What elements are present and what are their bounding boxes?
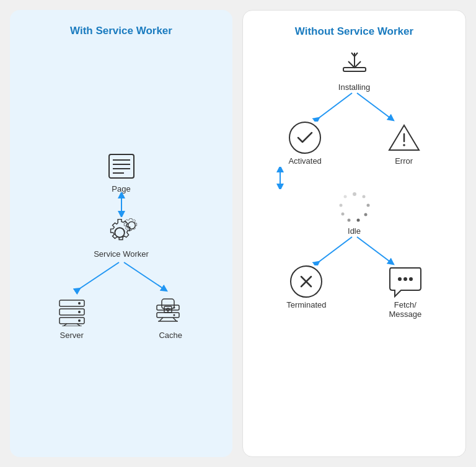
terminated-label: Terminated — [286, 300, 326, 309]
server-icon — [53, 297, 90, 328]
fetch-message-icon — [389, 265, 422, 298]
svg-point-45 — [339, 204, 342, 207]
cache-label: Cache — [159, 331, 182, 340]
svg-point-25 — [167, 308, 169, 311]
fetch-message-label: Fetch/ Message — [389, 300, 421, 319]
svg-point-46 — [343, 195, 346, 198]
svg-point-14 — [78, 311, 81, 313]
left-panel: With Service Worker Page — [10, 10, 232, 457]
error-label: Error — [395, 156, 413, 166]
activated-error-row: Activated Error — [255, 122, 453, 166]
activated-idle-arrow — [255, 167, 453, 189]
svg-point-39 — [362, 195, 365, 198]
svg-line-33 — [357, 93, 392, 119]
right-panel-title: Without Service Worker — [295, 25, 413, 38]
svg-line-8 — [78, 262, 119, 290]
svg-line-48 — [357, 237, 392, 263]
server-label: Server — [60, 331, 84, 340]
page-sw-arrow — [115, 193, 128, 216]
terminated-node: Terminated — [286, 265, 326, 309]
svg-point-51 — [398, 277, 402, 281]
svg-rect-19 — [157, 305, 179, 310]
right-panel-content: Installing — [255, 49, 453, 442]
terminated-fetch-row: Terminated Fetch/ Message — [255, 265, 453, 319]
server-node: Server — [53, 297, 90, 340]
right-panel: Without Service Worker Installing — [242, 10, 466, 457]
idle-arrows — [293, 236, 416, 265]
svg-point-40 — [366, 204, 369, 207]
service-worker-label: Service Worker — [94, 249, 149, 259]
installing-label: Installing — [338, 82, 370, 92]
svg-point-53 — [409, 277, 413, 281]
svg-line-28 — [173, 318, 177, 321]
installing-node: Installing — [336, 49, 373, 92]
idle-label: Idle — [348, 226, 361, 236]
svg-point-6 — [115, 228, 124, 237]
bottom-nodes: Server — [22, 297, 220, 340]
svg-line-32 — [317, 93, 352, 119]
svg-point-22 — [174, 314, 175, 316]
svg-rect-20 — [157, 313, 179, 318]
installing-icon — [336, 49, 373, 80]
error-node: Error — [388, 122, 420, 166]
service-worker-icon — [103, 216, 140, 247]
main-container: With Service Worker Page — [0, 0, 476, 467]
svg-point-52 — [403, 277, 407, 281]
terminated-icon — [290, 265, 322, 298]
svg-line-27 — [159, 318, 163, 321]
error-icon — [388, 122, 420, 154]
cache-node: Cache — [152, 297, 189, 340]
installing-arrows — [293, 92, 416, 122]
svg-point-15 — [78, 319, 81, 322]
svg-rect-0 — [109, 154, 134, 178]
spread-arrows — [60, 260, 183, 295]
left-panel-content: Page — [22, 48, 220, 442]
svg-point-38 — [353, 192, 356, 196]
svg-point-41 — [364, 213, 367, 216]
svg-point-36 — [403, 144, 405, 146]
page-icon — [103, 151, 140, 182]
service-worker-node: Service Worker — [94, 216, 149, 259]
svg-line-47 — [317, 237, 352, 263]
svg-point-13 — [78, 302, 81, 305]
activated-label: Activated — [288, 156, 321, 166]
activated-icon — [289, 122, 321, 154]
svg-line-9 — [124, 262, 165, 290]
idle-node: Idle — [336, 190, 373, 236]
svg-point-42 — [356, 219, 359, 222]
svg-point-43 — [347, 219, 350, 222]
cache-icon — [152, 297, 189, 328]
svg-point-7 — [128, 222, 135, 229]
fetch-message-node: Fetch/ Message — [389, 265, 422, 319]
left-panel-title: With Service Worker — [70, 25, 172, 37]
svg-point-44 — [341, 213, 344, 216]
idle-icon — [336, 190, 373, 224]
activated-node: Activated — [288, 122, 321, 166]
svg-rect-23 — [162, 299, 174, 309]
page-node: Page — [103, 151, 140, 193]
